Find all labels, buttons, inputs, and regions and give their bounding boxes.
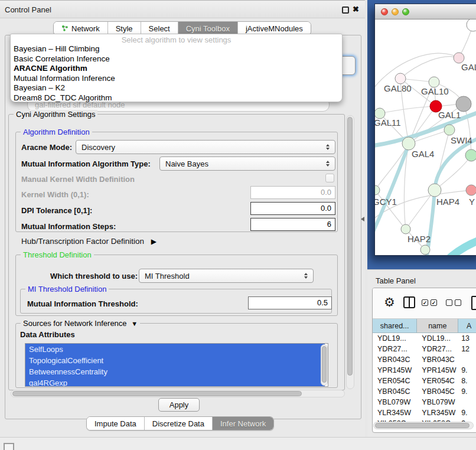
network-node-hap2[interactable] bbox=[401, 224, 410, 234]
table-row[interactable]: YLR345WYLR345W9. bbox=[373, 407, 476, 418]
attribute-item-betweennesscentrality[interactable]: BetweennessCentrality bbox=[25, 366, 325, 377]
mi-algorithm-type-value: Naive Bayes bbox=[165, 159, 208, 168]
settings-hscrollbar[interactable] bbox=[11, 390, 345, 397]
tab-jactivemnodules[interactable]: jActiveMNodules bbox=[238, 22, 311, 35]
apply-button[interactable]: Apply bbox=[158, 398, 200, 412]
table-cell: YER054C bbox=[373, 376, 417, 386]
node-label-gal11: GAL11 bbox=[375, 118, 401, 128]
unchecked-box-icon[interactable] bbox=[455, 299, 461, 306]
group-title: Cyni Algorithm Settings bbox=[14, 110, 97, 119]
column-header-name[interactable]: name bbox=[417, 319, 458, 333]
table-cell: 8. bbox=[458, 376, 476, 386]
tab-infer-network[interactable]: Infer Network bbox=[213, 417, 273, 430]
network-node-gal80[interactable] bbox=[395, 73, 406, 84]
unchecked-box-icon[interactable] bbox=[446, 299, 452, 306]
combo-spinner-icon bbox=[304, 273, 308, 279]
panel-title: Control Panel bbox=[5, 5, 51, 14]
network-view-window[interactable]: GALGAL80GAL10GAL1GAL11SWI4GAL4GCY1HAP4YH… bbox=[374, 4, 476, 256]
document-icon[interactable] bbox=[471, 296, 476, 310]
manual-kernel-width-label: Manual Kernel Width Definition bbox=[21, 175, 135, 184]
dropdown-item-basic-correlation-inference[interactable]: Basic Correlation Inference bbox=[11, 54, 342, 64]
hub-tf-definition-toggle[interactable]: Hub/Transcription Factor Definition ▶ bbox=[21, 237, 157, 246]
zoom-light-icon[interactable] bbox=[402, 8, 409, 15]
group-title: Threshold Definition bbox=[21, 250, 94, 259]
mi-threshold-field[interactable]: 0.5 bbox=[248, 296, 332, 309]
close-light-icon[interactable] bbox=[381, 8, 388, 15]
attribute-item-topologicalcoefficient[interactable]: TopologicalCoefficient bbox=[25, 355, 325, 366]
network-edge-highlighted[interactable] bbox=[375, 145, 409, 238]
network-node-swi4[interactable] bbox=[444, 125, 455, 135]
manual-kernel-width-checkbox[interactable] bbox=[325, 174, 334, 182]
dpi-tolerance-field[interactable]: 0.0 bbox=[250, 202, 335, 215]
network-node-gcy1[interactable] bbox=[375, 185, 380, 195]
tab-network[interactable]: Network bbox=[54, 22, 108, 35]
network-canvas[interactable]: GALGAL80GAL10GAL1GAL11SWI4GAL4GCY1HAP4YH… bbox=[375, 19, 476, 255]
tab-discretize-data[interactable]: Discretize Data bbox=[145, 417, 213, 430]
mi-algorithm-type-combo[interactable]: Naive Bayes bbox=[159, 156, 335, 171]
table-hscrollbar-thumb[interactable] bbox=[375, 423, 470, 428]
checked-box-icon[interactable]: ✓ bbox=[431, 299, 437, 306]
bottom-strip bbox=[0, 437, 476, 450]
table-row[interactable]: YBR043CYBR043C bbox=[373, 354, 476, 365]
table-row[interactable]: YBL079WYBL079W bbox=[373, 397, 476, 407]
table-row[interactable]: YER054CYER054C8. bbox=[373, 376, 476, 386]
close-icon[interactable]: ✖ bbox=[353, 5, 359, 14]
network-edge[interactable] bbox=[380, 106, 436, 113]
network-edge-highlighted[interactable] bbox=[451, 239, 476, 255]
minimize-light-icon[interactable] bbox=[392, 8, 399, 15]
node-label-y: Y bbox=[469, 197, 475, 207]
dropdown-item-bayesian-k2[interactable]: Bayesian – K2 bbox=[11, 83, 342, 93]
settings-scrollbar-thumb[interactable] bbox=[347, 117, 353, 376]
group-title: MI Threshold Definition bbox=[25, 285, 109, 294]
kernel-width-field[interactable]: 0.0 bbox=[250, 186, 335, 199]
splitter-collapse-icon[interactable] bbox=[361, 217, 364, 221]
sources-toggle[interactable]: Sources for Network Inference ▼ bbox=[21, 319, 140, 328]
table-row[interactable]: YPR145WYPR145W9. bbox=[373, 365, 476, 376]
table-row[interactable]: YDL19...YDL19...13 bbox=[373, 333, 476, 344]
tab-style-label: Style bbox=[116, 24, 133, 33]
column-header-shared[interactable]: shared... bbox=[373, 319, 417, 333]
attributes-list-scrollbar[interactable] bbox=[321, 344, 328, 386]
network-node-hap4[interactable] bbox=[428, 184, 441, 197]
checked-box-icon[interactable]: ✓ bbox=[422, 299, 428, 306]
network-node[interactable] bbox=[467, 19, 476, 31]
network-window-titlebar[interactable] bbox=[375, 4, 476, 19]
node-label-gal1: GAL1 bbox=[438, 110, 461, 120]
node-label-hap4: HAP4 bbox=[436, 197, 459, 207]
settings-hscrollbar-thumb[interactable] bbox=[12, 391, 302, 396]
dropdown-item-bayesian-hill-climbing[interactable]: Bayesian – Hill Climbing bbox=[11, 44, 342, 54]
expanded-arrow-icon: ▼ bbox=[131, 320, 138, 327]
gear-icon[interactable]: ⚙ bbox=[384, 295, 395, 309]
network-edge[interactable] bbox=[400, 57, 459, 79]
attributes-scrollbar-thumb[interactable] bbox=[322, 346, 327, 383]
dropdown-item-mutual-information-inference[interactable]: Mutual Information Inference bbox=[11, 74, 342, 84]
minimized-panel-icon[interactable] bbox=[4, 443, 14, 450]
split-columns-icon[interactable] bbox=[403, 296, 415, 308]
table-cell: 13 bbox=[458, 333, 476, 344]
float-window-icon[interactable] bbox=[342, 6, 349, 14]
network-node-gal4[interactable] bbox=[402, 137, 415, 150]
attribute-item-gal4rgexp[interactable]: gal4RGexp bbox=[25, 377, 325, 387]
node-label-gal: GAL bbox=[461, 62, 476, 72]
tab-cyni-toolbox[interactable]: Cyni Toolbox bbox=[178, 22, 238, 35]
network-node-y[interactable] bbox=[466, 185, 476, 195]
table-hscrollbar[interactable] bbox=[373, 422, 474, 429]
dropdown-item-aracne-algorithm[interactable]: ARACNE Algorithm bbox=[11, 64, 342, 74]
network-node[interactable] bbox=[465, 149, 476, 161]
column-header-a[interactable]: A bbox=[458, 319, 476, 333]
network-graph: GALGAL80GAL10GAL1GAL11SWI4GAL4GCY1HAP4YH… bbox=[375, 19, 476, 255]
table-row[interactable]: YBR045CYBR045C9. bbox=[373, 386, 476, 397]
which-threshold-combo[interactable]: MI Threshold bbox=[139, 269, 314, 283]
tab-impute-data[interactable]: Impute Data bbox=[87, 417, 145, 430]
aracne-mode-combo[interactable]: Discovery bbox=[76, 140, 335, 154]
table-row[interactable]: YDR27...YDR27...12 bbox=[373, 344, 476, 354]
settings-scrollbar[interactable] bbox=[346, 115, 354, 389]
node-label-gcy1: GCY1 bbox=[375, 197, 397, 207]
tab-style[interactable]: Style bbox=[108, 22, 141, 35]
attribute-item-selfloops[interactable]: SelfLoops bbox=[25, 344, 325, 355]
tab-select[interactable]: Select bbox=[141, 22, 178, 35]
table-cell: YPR145W bbox=[373, 365, 417, 376]
dropdown-item-dream8-dc-tdc-algorithm[interactable]: Dream8 DC_TDC Algorithm bbox=[11, 93, 342, 103]
mi-steps-field[interactable]: 6 bbox=[250, 218, 335, 231]
network-node[interactable] bbox=[420, 245, 430, 255]
